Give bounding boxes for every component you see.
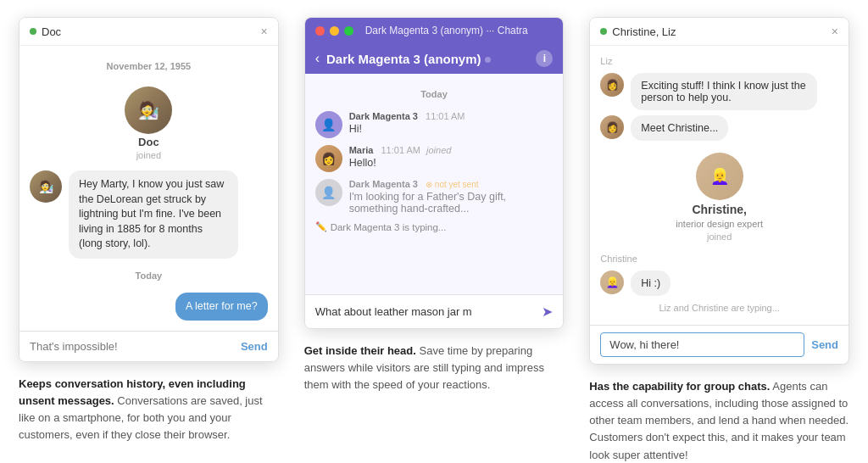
col3-agents-name: Christine, Liz — [612, 25, 676, 38]
chat-body-3: Liz 👩 Exciting stuff! I think I know jus… — [590, 46, 849, 325]
chat-header-1: Doc × — [19, 18, 278, 46]
chat-window-1: Doc × November 12, 1955 🧑‍🔬 Doc joined 🧑… — [19, 17, 279, 362]
col2-input-area: ➤ — [305, 294, 564, 328]
mac-red-btn[interactable] — [315, 26, 325, 36]
col2-input[interactable] — [315, 305, 542, 318]
col1-description: Keeps conversation history, even includi… — [19, 376, 279, 444]
liz-avatar-2: 👩 — [600, 115, 624, 139]
status-dot-3 — [600, 28, 607, 35]
col3-send-btn[interactable]: Send — [811, 338, 838, 351]
col2-desc-bold: Get inside their head. — [304, 344, 416, 357]
today-divider-1: Today — [30, 271, 268, 281]
chat-input-1: Send — [19, 331, 278, 361]
christine-avatar-large: 👱‍♀️ — [696, 153, 743, 200]
col2-dm3-avatar-1: 👤 — [315, 111, 342, 138]
col1-agent-name: Doc — [42, 25, 61, 38]
col1-doc-name: Doc — [138, 136, 159, 148]
chat-body-2: Today 👤 Dark Magenta 3 11:01 AM Hi! 👩 — [305, 74, 564, 294]
christine-name: Christine, — [692, 203, 747, 216]
liz-label: Liz — [600, 56, 838, 66]
col3-msg-row-1: 👩 Exciting stuff! I think I know just th… — [600, 73, 838, 110]
col3-typing: Liz and Christine are typing... — [600, 301, 838, 315]
col2-msg-row-1: 👤 Dark Magenta 3 11:01 AM Hi! — [315, 111, 554, 138]
mac-titlebar: Dark Magenta 3 (anonym) ··· Chatra — [305, 18, 564, 43]
chat-header-3: Christine, Liz × — [590, 18, 849, 46]
send-arrow-icon[interactable]: ➤ — [542, 304, 553, 320]
christine-intro: 👱‍♀️ Christine, interior design expert j… — [600, 146, 838, 248]
doc-avatar: 🧑‍🔬 — [125, 86, 172, 134]
col2-maria-avatar: 👩 — [315, 145, 342, 172]
col3-bubble-2: Meet Christine... — [631, 115, 728, 141]
col3-msg-row-3: 👱‍♀️ Hi :) — [600, 271, 838, 296]
col3-joined: joined — [707, 232, 732, 242]
chat-window-2: Dark Magenta 3 (anonym) ··· Chatra ‹ Dar… — [304, 17, 565, 329]
col1-joined: joined — [136, 150, 161, 160]
close-button-1[interactable]: × — [260, 25, 267, 38]
agent-joined-1: 🧑‍🔬 Doc joined — [30, 86, 268, 160]
col1-input[interactable] — [30, 340, 241, 353]
mac-green-btn[interactable] — [344, 26, 353, 36]
chat-window-3: Christine, Liz × Liz 👩 Exciting stuff! I… — [589, 17, 849, 365]
col3-description: Has the capability for group chats. Agen… — [589, 378, 849, 463]
col3-bubble-1: Exciting stuff! I think I know just the … — [631, 73, 817, 110]
chat-body-1: November 12, 1955 🧑‍🔬 Doc joined 🧑‍🔬 Hey… — [19, 46, 278, 331]
mac-title: Dark Magenta 3 (anonym) ··· Chatra — [365, 25, 528, 36]
col2-msg2-meta: Maria 11:01 AM joined — [349, 145, 452, 155]
col2-msg-row-2: 👩 Maria 11:01 AM joined Hello! — [315, 145, 554, 172]
liz-avatar: 👩 — [600, 73, 624, 97]
col2-typing: ✏️ Dark Magenta 3 is typing... — [315, 221, 554, 232]
col2-header-bar: ‹ Dark Magenta 3 (anonym) i — [305, 43, 564, 74]
col2-description: Get inside their head. Save time by prep… — [304, 343, 565, 393]
col3-input-area: Send — [590, 325, 849, 364]
message-row-1: 🧑‍🔬 Hey Marty, I know you just saw the D… — [30, 170, 268, 259]
bubble-doc-1: Hey Marty, I know you just saw the DeLor… — [69, 170, 238, 259]
col2-visitor-name: Dark Magenta 3 (anonym) — [326, 52, 529, 66]
col2-msg3-meta: Dark Magenta 3 ⊗ not yet sent — [349, 179, 554, 189]
col3-msg-row-2: 👩 Meet Christine... — [600, 115, 838, 141]
col3-desc-bold: Has the capability for group chats. — [589, 380, 770, 393]
col2-msg-row-3: 👤 Dark Magenta 3 ⊗ not yet sent I'm look… — [315, 179, 554, 215]
status-dot-1 — [30, 28, 36, 35]
col2-msg1-text: Hi! — [349, 123, 465, 135]
back-button[interactable]: ‹ — [315, 51, 320, 66]
pencil-icon: ✏️ — [315, 221, 327, 232]
doc-avatar-small: 🧑‍🔬 — [30, 170, 62, 203]
message-row-user-1: A letter for me? — [30, 293, 268, 321]
bubble-user-1: A letter for me? — [175, 293, 268, 321]
christine-role: interior design expert — [676, 219, 763, 229]
christine-avatar-small: 👱‍♀️ — [600, 271, 624, 294]
col2-dm3-avatar-3: 👤 — [315, 179, 342, 206]
col1-send[interactable]: Send — [241, 340, 268, 353]
col2-msg2-text: Hello! — [349, 157, 452, 169]
christine-label: Christine — [600, 254, 838, 264]
col3-bubble-3: Hi :) — [631, 271, 670, 296]
col3-input[interactable] — [600, 332, 804, 357]
col2-msg1-meta: Dark Magenta 3 11:01 AM — [349, 111, 465, 121]
info-button[interactable]: i — [536, 50, 553, 67]
today-divider-2: Today — [315, 89, 554, 99]
col2-msg3-text: I'm looking for a Father's Day gift, som… — [349, 191, 554, 215]
mac-yellow-btn[interactable] — [330, 26, 339, 36]
date-divider-1: November 12, 1955 — [30, 61, 268, 71]
close-button-3[interactable]: × — [832, 25, 838, 38]
